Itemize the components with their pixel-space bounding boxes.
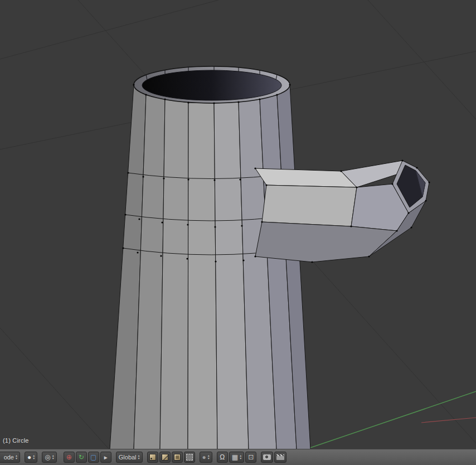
mode-dropdown-label: ode	[4, 454, 14, 461]
manipulator-scale-button[interactable]: ▢	[88, 452, 99, 463]
stepper-arrows-icon: ▴▾	[208, 454, 210, 460]
rotate-icon: ↻	[79, 454, 84, 461]
blender-window: (1) Circle ode ▴▾ ● ▴▾ ◎ ▴▾ ⊕ ↻	[0, 0, 476, 465]
stepper-arrows-icon: ▴▾	[138, 454, 140, 460]
pointer-icon: ►	[103, 454, 109, 461]
stepper-arrows-icon: ▴▾	[16, 454, 17, 460]
mode-dropdown[interactable]: ode ▴▾	[0, 452, 20, 463]
proportional-editing-dropdown[interactable]: ● ▴▾	[200, 452, 212, 463]
edge-select-icon	[162, 454, 168, 461]
face-select-icon	[174, 454, 181, 461]
occlude-geometry-button[interactable]	[184, 452, 195, 463]
snap-group: Ω ▦ ▴▾ ⊡	[217, 452, 256, 463]
viewport-shading-dropdown[interactable]: ● ▴▾	[25, 452, 37, 463]
translate-axes-icon: ⊕	[66, 454, 72, 461]
transform-orientation-label: Global	[119, 454, 137, 461]
stepper-arrows-icon: ▴▾	[52, 454, 54, 460]
vertex-select-button[interactable]	[147, 452, 158, 463]
axis-y-green-line	[305, 391, 476, 449]
render-group	[261, 452, 286, 463]
proportional-editing-icon: ●	[202, 454, 206, 461]
axis-x-red-line	[421, 418, 476, 423]
transform-orientation-dropdown[interactable]: Global ▴▾	[116, 452, 143, 463]
snap-element-dropdown[interactable]: ▦ ▴▾	[229, 452, 244, 463]
manipulator-toggle-button[interactable]: ►	[100, 452, 111, 463]
scale-icon: ▢	[90, 454, 96, 461]
snap-target-button[interactable]: ⊡	[245, 452, 256, 463]
mesh-cylinder-body	[110, 85, 310, 449]
opengl-render-animation-icon	[276, 454, 284, 460]
3d-viewport[interactable]	[0, 0, 476, 449]
manipulator-rotate-button[interactable]: ↻	[76, 452, 87, 463]
opengl-render-animation-button[interactable]	[274, 452, 286, 463]
vertex-select-icon	[149, 454, 156, 461]
select-mode-group	[147, 452, 195, 463]
pivot-center-icon: ◎	[45, 454, 50, 461]
edge-select-button[interactable]	[159, 452, 171, 463]
stepper-arrows-icon: ▴▾	[33, 454, 35, 460]
face-select-button[interactable]	[172, 452, 183, 463]
stepper-arrows-icon: ▴▾	[240, 454, 241, 460]
pivot-center-dropdown[interactable]: ◎ ▴▾	[42, 452, 57, 463]
mesh-cylinder-rim	[134, 66, 290, 103]
mesh-branch	[255, 161, 429, 262]
shading-sphere-icon: ●	[27, 454, 31, 461]
manipulator-translate-button[interactable]: ⊕	[64, 452, 75, 463]
opengl-render-button[interactable]	[261, 452, 273, 463]
object-info-text: (1) Circle	[3, 437, 29, 444]
snap-magnet-icon: Ω	[220, 454, 225, 461]
viewport-header-bar: ode ▴▾ ● ▴▾ ◎ ▴▾ ⊕ ↻ ▢	[0, 449, 476, 465]
opengl-render-camera-icon	[263, 454, 271, 460]
manipulator-group: ⊕ ↻ ▢ ►	[64, 452, 111, 463]
snap-toggle-button[interactable]: Ω	[217, 452, 228, 463]
snap-target-icon: ⊡	[248, 454, 254, 461]
snap-element-grid-icon: ▦	[232, 454, 238, 461]
occlude-geometry-icon	[186, 454, 193, 461]
